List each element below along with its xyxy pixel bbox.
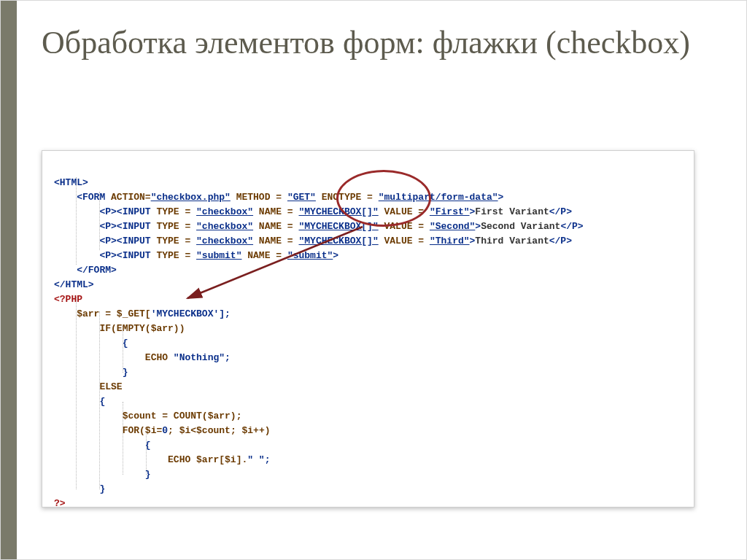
- code-token: <FORM: [77, 192, 111, 203]
- code-screenshot: <HTML> <FORM ACTION="checkbox.php" METHO…: [42, 150, 694, 508]
- code-line: <HTML>: [54, 177, 88, 188]
- slide-title: Обработка элементов форм: флажки (checkb…: [42, 23, 713, 63]
- slide: Обработка элементов форм: флажки (checkb…: [0, 0, 747, 560]
- code-block: <HTML> <FORM ACTION="checkbox.php" METHO…: [54, 161, 685, 508]
- accent-bar: [1, 1, 17, 559]
